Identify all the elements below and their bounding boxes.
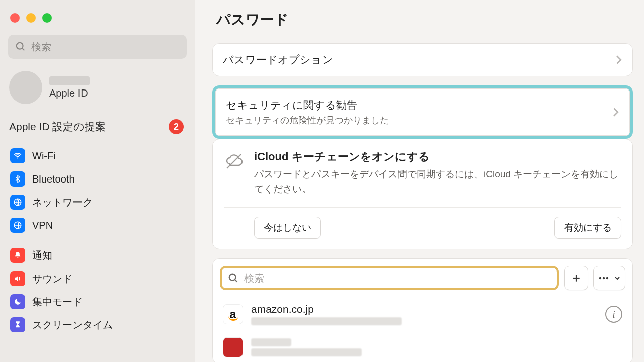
row-label: パスワードオプション xyxy=(223,53,333,67)
chevron-right-icon xyxy=(612,107,619,117)
hourglass-icon xyxy=(10,317,25,332)
vpn-icon xyxy=(10,218,25,233)
row-label: セキュリティに関する勧告 xyxy=(226,98,389,112)
bell-icon xyxy=(10,248,25,263)
keychain-not-now-button[interactable]: 今はしない xyxy=(254,217,321,239)
password-username-redacted xyxy=(251,348,362,356)
row-subtitle: セキュリティの危険性が見つかりました xyxy=(226,114,389,126)
close-window-button[interactable] xyxy=(10,13,20,23)
speaker-icon xyxy=(10,271,25,286)
security-recommendations-highlight: セキュリティに関する勧告 セキュリティの危険性が見つかりました xyxy=(212,85,633,139)
suggestion-label: Apple ID 設定の提案 xyxy=(9,120,106,134)
svg-point-12 xyxy=(606,277,608,279)
sidebar: Apple ID Apple ID 設定の提案 2 Wi-Fi Bluetoot… xyxy=(0,0,195,362)
search-icon xyxy=(15,41,26,52)
password-site: amazon.co.jp xyxy=(251,303,597,315)
password-item[interactable] xyxy=(220,331,625,362)
password-site-redacted xyxy=(251,338,291,346)
svg-point-11 xyxy=(602,277,604,279)
sidebar-item-screentime[interactable]: スクリーンタイム xyxy=(7,313,188,336)
sidebar-item-sound[interactable]: サウンド xyxy=(7,267,188,290)
account-row[interactable]: Apple ID xyxy=(7,68,188,115)
security-recommendations-row[interactable]: セキュリティに関する勧告 セキュリティの危険性が見つかりました xyxy=(216,89,629,135)
window-controls xyxy=(7,9,188,33)
sidebar-item-label: スクリーンタイム xyxy=(32,318,113,332)
account-subtitle: Apple ID xyxy=(49,87,90,99)
password-search xyxy=(220,266,559,290)
icloud-keychain-card: iCloud キーチェーンをオンにする パスワードとパスキーをデバイス間で同期す… xyxy=(212,139,633,249)
bluetooth-icon xyxy=(10,171,25,187)
svg-line-1 xyxy=(22,48,25,51)
password-list-toolbar xyxy=(220,266,625,290)
minimize-window-button[interactable] xyxy=(26,13,36,23)
page-title: パスワード xyxy=(216,10,633,29)
sidebar-item-focus[interactable]: 集中モード xyxy=(7,290,188,313)
sidebar-item-label: 通知 xyxy=(32,249,52,262)
sidebar-item-label: ネットワーク xyxy=(32,196,93,209)
password-options-card: パスワードオプション xyxy=(212,43,633,76)
sidebar-item-vpn[interactable]: VPN xyxy=(7,214,188,237)
svg-point-0 xyxy=(17,43,23,49)
sidebar-item-bluetooth[interactable]: Bluetooth xyxy=(7,167,188,191)
main-content: パスワード パスワードオプション セキュリティに関する勧告 セキュリティの危険性… xyxy=(195,0,644,362)
account-name-redacted xyxy=(49,76,90,85)
keychain-title: iCloud キーチェーンをオンにする xyxy=(254,149,621,164)
password-list-card: a amazon.co.jp i xyxy=(212,258,633,362)
sidebar-item-label: 集中モード xyxy=(32,295,83,309)
sidebar-item-label: Bluetooth xyxy=(32,173,75,185)
sidebar-item-label: サウンド xyxy=(32,272,72,286)
site-favicon xyxy=(223,337,243,357)
keychain-enable-button[interactable]: 有効にする xyxy=(554,217,621,239)
maximize-window-button[interactable] xyxy=(42,13,52,23)
sidebar-item-wifi[interactable]: Wi-Fi xyxy=(7,144,188,167)
chevron-right-icon xyxy=(615,55,622,65)
password-username-redacted xyxy=(251,317,402,325)
password-search-input[interactable] xyxy=(222,268,557,288)
svg-point-6 xyxy=(229,274,236,281)
globe-icon xyxy=(10,195,25,210)
add-password-button[interactable] xyxy=(564,266,588,290)
keychain-description: パスワードとパスキーをデバイス間で同期するには、iCloud キーチェーンを有効… xyxy=(254,167,621,196)
sidebar-search xyxy=(8,35,187,59)
apple-id-suggestion-row[interactable]: Apple ID 設定の提案 2 xyxy=(7,115,188,144)
sidebar-item-notifications[interactable]: 通知 xyxy=(7,244,188,267)
svg-line-5 xyxy=(227,154,241,168)
sidebar-item-label: VPN xyxy=(32,220,53,231)
info-button[interactable]: i xyxy=(605,306,622,323)
sidebar-item-label: Wi-Fi xyxy=(32,150,56,162)
svg-point-2 xyxy=(17,157,18,158)
password-item[interactable]: a amazon.co.jp i xyxy=(220,297,625,331)
moon-icon xyxy=(10,294,25,309)
svg-line-7 xyxy=(235,280,237,282)
wifi-icon xyxy=(10,148,25,163)
sidebar-search-input[interactable] xyxy=(8,35,187,59)
svg-point-10 xyxy=(599,277,601,279)
more-options-button[interactable] xyxy=(593,266,625,290)
site-favicon: a xyxy=(223,304,243,324)
avatar xyxy=(9,71,42,104)
sidebar-item-network[interactable]: ネットワーク xyxy=(7,191,188,214)
cloud-off-icon xyxy=(224,151,244,171)
search-icon xyxy=(228,273,239,284)
password-options-row[interactable]: パスワードオプション xyxy=(213,44,632,76)
suggestion-badge: 2 xyxy=(169,119,184,134)
sidebar-nav: Wi-Fi Bluetooth ネットワーク VPN 通知 サウンド xyxy=(7,144,188,343)
